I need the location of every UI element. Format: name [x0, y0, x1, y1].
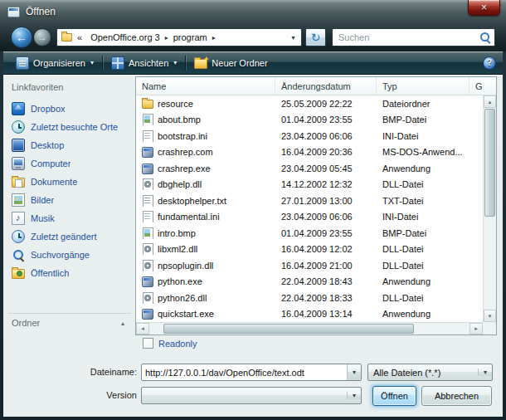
file-name: libxml2.dll [158, 244, 197, 254]
close-button[interactable]: × [468, 0, 500, 16]
file-name: crashrep.exe [158, 164, 211, 173]
scroll-down-button[interactable]: ▾ [484, 310, 496, 322]
file-type: DLL-Datei [377, 244, 470, 254]
ini-file-icon [142, 211, 153, 222]
dll-file-icon [142, 260, 153, 271]
file-row[interactable]: python.exe 22.04.2009 18:43 Anwendung [136, 274, 483, 291]
version-combobox[interactable]: ▾ [141, 387, 362, 404]
file-name: fundamental.ini [158, 212, 220, 222]
file-row[interactable]: python26.dll 22.04.2009 18:33 DLL-Datei [136, 290, 483, 306]
sidebar-item-öffentlich[interactable]: Öffentlich [7, 264, 133, 282]
file-row[interactable]: desktophelper.txt 27.01.2009 13:00 TXT-D… [136, 193, 483, 209]
chevron-down-icon: ▾ [353, 369, 356, 376]
file-row[interactable]: dbghelp.dll 14.12.2002 12:32 DLL-Datei [136, 177, 483, 193]
sidebar-item-suchvorgänge[interactable]: Suchvorgänge [7, 246, 133, 264]
readonly-label[interactable]: Readonly [158, 339, 197, 349]
close-icon: × [481, 2, 487, 13]
scroll-left-button[interactable]: ◂ [136, 323, 149, 335]
file-row[interactable]: npsoplugin.dll 16.04.2009 21:00 DLL-Date… [136, 257, 483, 274]
filename-label: Dateiname: [46, 367, 137, 377]
file-name: intro.bmp [158, 228, 196, 238]
file-name: dbghelp.dll [158, 179, 202, 189]
favorites-header: Linkfavoriten [7, 78, 133, 100]
new-folder-button[interactable]: Neuer Ordner [188, 55, 273, 71]
sidebar-item-dropbox[interactable]: Dropbox [7, 100, 133, 118]
favorites-sidebar: Linkfavoriten Dropbox Zuletzt besuchte O… [7, 78, 133, 332]
file-row[interactable]: bootstrap.ini 23.04.2009 06:06 INI-Datei [136, 128, 483, 144]
file-modified-date: 16.04.2009 21:00 [275, 261, 377, 271]
chevron-right-icon[interactable]: ▸ [212, 33, 216, 42]
scroll-up-button[interactable]: ▴ [484, 95, 496, 108]
version-dropdown-button[interactable]: ▾ [347, 392, 361, 399]
file-name: bootstrap.ini [158, 131, 207, 141]
breadcrumb[interactable]: « OpenOffice.org 3 ▸ program ▸ ▾ [56, 28, 302, 46]
folder-icon [142, 100, 153, 109]
file-type: INI-Datei [377, 212, 470, 222]
file-row[interactable]: libxml2.dll 16.04.2009 12:02 DLL-Datei [136, 242, 483, 258]
file-row[interactable]: intro.bmp 01.04.2009 23:55 BMP-Datei [136, 225, 483, 242]
documents-icon [12, 178, 25, 188]
sidebar-item-zuletzt-besuchte-orte[interactable]: Zuletzt besuchte Orte [7, 118, 133, 136]
file-row[interactable]: quickstart.exe 16.04.2009 13:14 Anwendun… [136, 306, 483, 323]
breadcrumb-segment-program[interactable]: program [168, 32, 212, 42]
breadcrumb-segment-openoffice[interactable]: OpenOffice.org 3 [85, 32, 165, 42]
column-header-g[interactable]: G [470, 77, 496, 95]
scrollbar-corner [483, 322, 496, 335]
vertical-scroll-thumb[interactable] [484, 109, 495, 217]
arrow-right-icon: ▸ [474, 325, 478, 332]
file-name: desktophelper.txt [158, 196, 226, 206]
organize-button[interactable]: Organisieren ▾ [10, 54, 100, 72]
folders-expander[interactable]: Ordner ▴ [7, 314, 133, 332]
file-row[interactable]: crashrep.exe 23.04.2009 05:45 Anwendung [136, 160, 483, 177]
file-type: BMP-Datei [377, 228, 470, 238]
sidebar-item-desktop[interactable]: Desktop [7, 136, 133, 154]
breadcrumb-overflow-button[interactable]: « [76, 32, 85, 42]
filename-dropdown-button[interactable]: ▾ [347, 364, 361, 380]
search-icon [479, 32, 491, 43]
new-folder-icon [194, 59, 207, 69]
app-file-icon [142, 309, 153, 320]
forward-button[interactable]: → [33, 28, 51, 46]
file-row[interactable]: fundamental.ini 23.04.2009 06:06 INI-Dat… [136, 209, 483, 226]
column-header-name[interactable]: Name [136, 77, 275, 95]
views-label: Ansichten [129, 58, 168, 68]
filename-input[interactable] [142, 364, 347, 380]
open-button[interactable]: Öffnen [372, 386, 416, 406]
file-row[interactable]: about.bmp 01.04.2009 23:55 BMP-Datei [136, 112, 483, 129]
filetype-combobox[interactable]: Alle Dateien (*.*) ▾ [367, 364, 493, 381]
chevron-down-icon: ▾ [353, 392, 356, 399]
navigation-bar: ← → « OpenOffice.org 3 ▸ program ▸ ▾ ↻ [0, 25, 506, 51]
bmp-file-icon [142, 227, 153, 239]
search-input[interactable] [332, 28, 495, 46]
vertical-scrollbar[interactable]: ▴ ▾ [483, 95, 496, 322]
folder-icon [61, 33, 72, 42]
filetype-dropdown-button[interactable]: ▾ [478, 369, 492, 376]
scroll-right-button[interactable]: ▸ [470, 323, 483, 335]
refresh-button[interactable]: ↻ [305, 28, 326, 46]
file-row[interactable]: crashrep.com 16.04.2009 20:36 MS-DOS-Anw… [136, 144, 483, 161]
open-file-dialog: Öffnen × ← → « OpenOffice.org 3 ▸ progra… [0, 0, 506, 420]
cancel-button[interactable]: Abbrechen [421, 386, 492, 406]
readonly-checkbox[interactable] [143, 338, 153, 349]
forward-arrow-icon: → [37, 32, 47, 43]
title-bar[interactable]: Öffnen [0, 0, 506, 23]
sidebar-item-musik[interactable]: Musik [7, 209, 133, 227]
horizontal-scrollbar[interactable]: ◂ ▸ [136, 322, 483, 335]
breadcrumb-dropdown-button[interactable]: ▾ [287, 34, 299, 42]
views-button[interactable]: Ansichten ▾ [105, 54, 182, 72]
sidebar-item-dokumente[interactable]: Dokumente [7, 173, 133, 191]
horizontal-scroll-thumb[interactable] [163, 324, 414, 334]
back-button[interactable]: ← [11, 27, 32, 48]
organize-icon [16, 56, 29, 70]
chevron-down-icon: ▾ [173, 59, 177, 66]
sidebar-item-zuletzt-geändert[interactable]: Zuletzt geändert [7, 227, 133, 246]
help-button[interactable]: ? [483, 56, 496, 70]
column-header-typ[interactable]: Typ [377, 77, 470, 95]
searches-icon [12, 248, 25, 261]
sidebar-item-computer[interactable]: Computer [7, 154, 133, 173]
sidebar-item-bilder[interactable]: Bilder [7, 191, 133, 209]
file-type: Anwendung [377, 309, 470, 319]
file-row[interactable]: resource 25.05.2009 22:22 Dateiordner [136, 95, 483, 112]
recent-places-icon [12, 120, 25, 134]
column-header-änderungsdatum[interactable]: Änderungsdatum [275, 77, 377, 95]
